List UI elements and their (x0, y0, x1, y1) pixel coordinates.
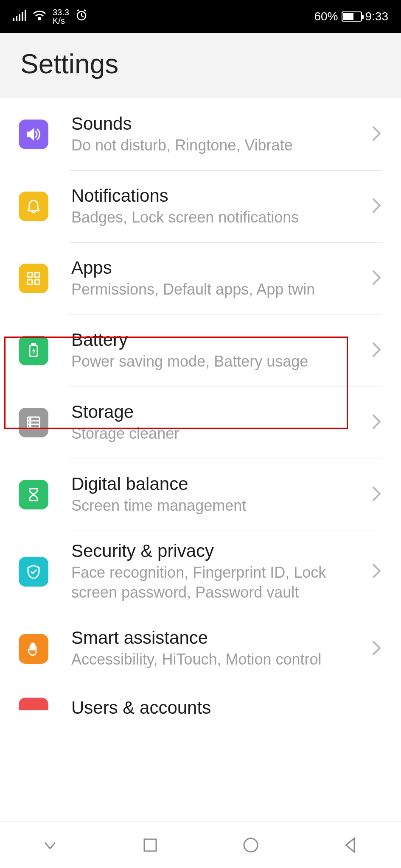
settings-item-subtitle: Accessibility, HiTouch, Motion control (71, 650, 365, 670)
settings-item-subtitle: Screen time management (71, 496, 365, 516)
wifi-icon (32, 10, 47, 24)
settings-item-title: Users & accounts (71, 698, 382, 715)
navigation-bar (0, 821, 401, 868)
settings-item-title: Smart assistance (71, 628, 365, 648)
settings-item-subtitle: Storage cleaner (71, 424, 365, 444)
settings-item-storage[interactable]: StorageStorage cleaner (0, 387, 401, 459)
chevron-right-icon (371, 562, 382, 581)
settings-item-text: Users & accounts (71, 698, 382, 715)
svg-rect-9 (28, 280, 32, 284)
settings-item-title: Notifications (71, 186, 365, 206)
settings-item-subtitle: Power saving mode, Battery usage (71, 352, 365, 372)
nav-hide-button[interactable] (25, 836, 76, 854)
settings-item-smart_assistance[interactable]: Smart assistanceAccessibility, HiTouch, … (0, 613, 401, 685)
chevron-right-icon (371, 269, 382, 288)
network-speed: 33.3 K/s (53, 8, 69, 25)
battery-percent: 60% (314, 10, 338, 23)
battery-icon (342, 11, 362, 22)
svg-rect-12 (32, 344, 35, 345)
settings-item-sounds[interactable]: SoundsDo not disturb, Ringtone, Vibrate (0, 98, 401, 170)
settings-item-text: SoundsDo not disturb, Ringtone, Vibrate (71, 114, 365, 156)
status-time: 9:33 (365, 10, 389, 23)
settings-item-users_accounts[interactable]: Users & accounts (0, 685, 401, 715)
status-right: 60% 9:33 (314, 10, 388, 23)
chevron-right-icon (371, 413, 382, 432)
svg-rect-10 (35, 280, 39, 284)
svg-rect-3 (22, 12, 23, 21)
settings-item-text: Smart assistanceAccessibility, HiTouch, … (71, 628, 365, 670)
settings-item-subtitle: Permissions, Default apps, App twin (71, 280, 365, 300)
svg-rect-2 (19, 14, 20, 21)
svg-point-20 (244, 838, 258, 852)
nav-back-button[interactable] (325, 836, 376, 854)
settings-item-title: Battery (71, 330, 365, 350)
nav-recents-button[interactable] (125, 836, 176, 854)
settings-item-text: BatteryPower saving mode, Battery usage (71, 330, 365, 372)
settings-item-subtitle: Do not disturb, Ringtone, Vibrate (71, 136, 365, 156)
svg-point-18 (30, 426, 31, 427)
settings-list: SoundsDo not disturb, Ringtone, VibrateN… (0, 98, 401, 715)
chevron-right-icon (371, 341, 382, 360)
settings-item-text: StorageStorage cleaner (71, 402, 365, 444)
settings-item-text: NotificationsBadges, Lock screen notific… (71, 186, 365, 228)
page-header: Settings (0, 33, 401, 98)
svg-rect-4 (25, 10, 26, 21)
svg-point-5 (39, 17, 41, 19)
settings-item-security[interactable]: Security & privacyFace recognition, Fing… (0, 531, 401, 613)
cutoff-icon (19, 698, 48, 710)
hourglass-icon (19, 480, 48, 509)
page-title: Settings (20, 48, 381, 80)
chevron-right-icon (371, 640, 382, 658)
status-left: 33.3 K/s (13, 8, 88, 25)
nav-home-button[interactable] (225, 836, 276, 854)
bell-icon (19, 192, 48, 221)
settings-item-apps[interactable]: AppsPermissions, Default apps, App twin (0, 242, 401, 314)
settings-item-notifications[interactable]: NotificationsBadges, Lock screen notific… (0, 170, 401, 242)
settings-item-text: Digital balanceScreen time management (71, 474, 365, 516)
status-bar: 33.3 K/s 60% 9:33 (0, 0, 401, 33)
settings-item-text: AppsPermissions, Default apps, App twin (71, 258, 365, 300)
settings-item-digital_balance[interactable]: Digital balanceScreen time management (0, 459, 401, 531)
grid-icon (19, 264, 48, 293)
settings-item-title: Storage (71, 402, 365, 422)
battery-icon (19, 336, 48, 365)
settings-item-battery[interactable]: BatteryPower saving mode, Battery usage (0, 314, 401, 387)
svg-point-16 (30, 418, 31, 420)
svg-rect-7 (28, 273, 32, 277)
cellular-signal-icon (13, 10, 26, 24)
svg-rect-8 (35, 273, 39, 277)
settings-item-text: Security & privacyFace recognition, Fing… (71, 541, 365, 603)
svg-point-17 (30, 422, 31, 423)
chevron-right-icon (371, 125, 382, 144)
hand-icon (19, 634, 48, 664)
settings-item-subtitle: Face recognition, Fingerprint ID, Lock s… (71, 563, 365, 603)
shield-icon (19, 557, 48, 587)
network-speed-value: 33.3 (53, 8, 69, 17)
settings-item-title: Apps (71, 258, 365, 278)
storage-icon (19, 408, 48, 437)
network-speed-unit: K/s (53, 17, 69, 25)
chevron-right-icon (371, 485, 382, 504)
svg-rect-1 (16, 16, 17, 21)
settings-item-subtitle: Badges, Lock screen notifications (71, 208, 365, 228)
alarm-icon (75, 9, 88, 25)
settings-item-title: Security & privacy (71, 541, 365, 561)
svg-rect-19 (144, 839, 156, 851)
svg-rect-0 (13, 18, 14, 21)
settings-item-title: Digital balance (71, 474, 365, 494)
volume-icon (19, 120, 48, 149)
settings-item-title: Sounds (71, 114, 365, 134)
chevron-right-icon (371, 197, 382, 216)
